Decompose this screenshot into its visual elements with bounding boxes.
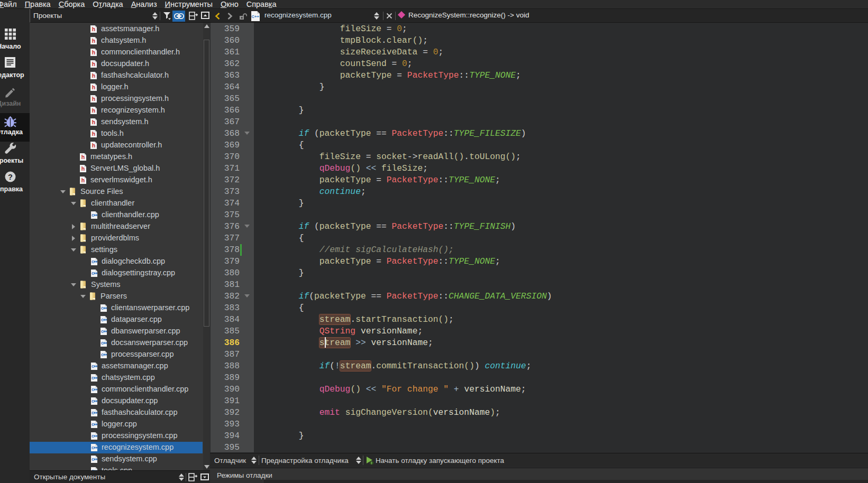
svg-text:c: c (92, 387, 94, 392)
svg-text:C++: C++ (252, 14, 260, 19)
svg-text:h: h (92, 131, 95, 137)
svg-text:c: c (92, 364, 94, 369)
svg-text:h: h (92, 38, 95, 44)
svg-text:?: ? (8, 173, 13, 181)
svg-text:h: h (92, 107, 95, 114)
svg-text:h: h (81, 154, 85, 160)
svg-text:c: c (92, 259, 94, 264)
svg-text:h: h (92, 61, 95, 67)
svg-text:c: c (92, 375, 94, 380)
svg-text:c: c (92, 271, 94, 276)
svg-text:c: c (92, 422, 94, 427)
svg-text:c: c (92, 410, 94, 415)
svg-text:h: h (92, 96, 95, 102)
svg-text:h: h (92, 84, 95, 90)
svg-text:h: h (92, 72, 95, 79)
svg-text:c: c (101, 317, 104, 322)
svg-text:c: c (92, 398, 94, 404)
svg-text:c: c (92, 212, 94, 218)
svg-text:c: c (92, 445, 94, 450)
svg-text:c: c (92, 457, 94, 462)
svg-text:c: c (92, 433, 94, 439)
svg-text:c: c (101, 305, 104, 311)
svg-text:h: h (92, 49, 95, 55)
svg-text:c: c (101, 340, 104, 346)
svg-text:c: c (101, 352, 104, 357)
svg-text:h: h (92, 26, 95, 32)
svg-text:h: h (92, 119, 95, 125)
svg-text:h: h (81, 165, 85, 172)
svg-text:h: h (92, 142, 95, 148)
svg-text:c: c (101, 329, 104, 334)
svg-text:h: h (81, 177, 85, 183)
